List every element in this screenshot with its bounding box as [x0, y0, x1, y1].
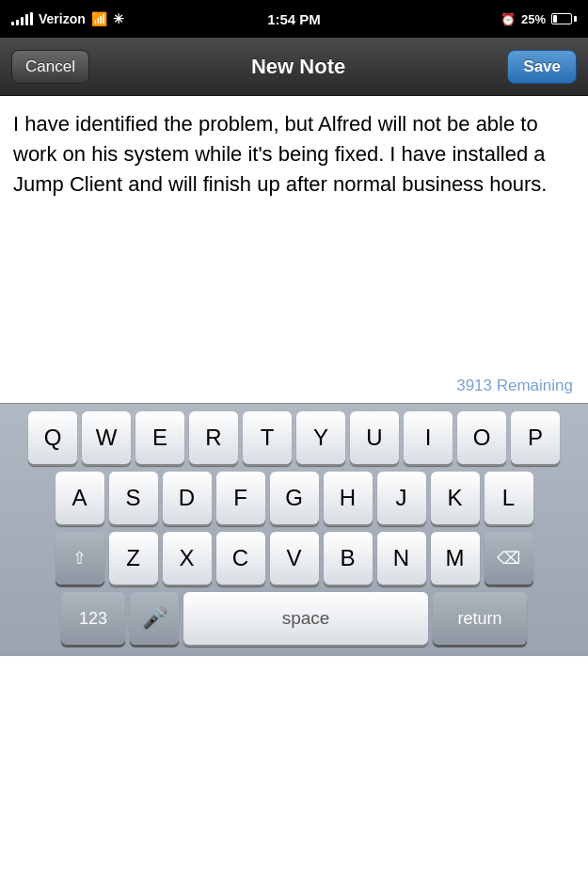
key-h[interactable]: H	[324, 472, 373, 524]
note-content-area[interactable]: I have identified the problem, but Alfre…	[0, 96, 588, 369]
signal-bars	[11, 12, 33, 25]
keyboard-row-2: A S D F G H J K L	[4, 472, 584, 524]
shift-key[interactable]: ⇧	[56, 532, 104, 585]
remaining-bar: 3913 Remaining	[0, 369, 588, 403]
save-button[interactable]: Save	[507, 50, 577, 84]
key-y[interactable]: Y	[296, 411, 345, 464]
status-right: ⏰ 25%	[501, 12, 577, 26]
keyboard-row-3: ⇧ Z X C V B N M ⌫	[4, 532, 584, 585]
key-i[interactable]: I	[404, 411, 453, 464]
note-text: I have identified the problem, but Alfre…	[13, 109, 575, 200]
key-e[interactable]: E	[135, 411, 184, 464]
key-x[interactable]: X	[163, 532, 212, 585]
remaining-count: 3913 Remaining	[456, 377, 573, 395]
microphone-key[interactable]: 🎤	[130, 592, 179, 645]
key-m[interactable]: M	[431, 532, 480, 585]
space-key[interactable]: space	[183, 592, 428, 645]
key-o[interactable]: O	[457, 411, 506, 464]
keyboard-row-1: Q W E R T Y U I O P	[4, 411, 584, 464]
status-bar: Verizon 📶 ✳ 1:54 PM ⏰ 25%	[0, 0, 588, 38]
key-g[interactable]: G	[270, 472, 319, 524]
carrier-label: Verizon	[39, 11, 86, 26]
key-r[interactable]: R	[189, 411, 238, 464]
numbers-key[interactable]: 123	[61, 592, 125, 645]
backspace-key[interactable]: ⌫	[485, 532, 533, 585]
cancel-button[interactable]: Cancel	[11, 50, 89, 84]
page-title: New Note	[251, 55, 345, 79]
key-p[interactable]: P	[511, 411, 560, 464]
key-t[interactable]: T	[243, 411, 292, 464]
key-q[interactable]: Q	[28, 411, 77, 464]
key-n[interactable]: N	[377, 532, 426, 585]
activity-icon: ✳	[113, 11, 124, 26]
keyboard: Q W E R T Y U I O P A S D F G H J K L ⇧ …	[0, 403, 588, 656]
key-f[interactable]: F	[216, 472, 265, 524]
nav-bar: Cancel New Note Save	[0, 38, 588, 96]
key-j[interactable]: J	[377, 472, 426, 524]
battery-percent: 25%	[521, 12, 546, 26]
status-left: Verizon 📶 ✳	[11, 11, 124, 26]
key-d[interactable]: D	[163, 472, 212, 524]
keyboard-row-4: 123 🎤 space return	[4, 592, 584, 645]
key-k[interactable]: K	[431, 472, 480, 524]
wifi-icon: 📶	[91, 11, 107, 26]
key-a[interactable]: A	[56, 472, 104, 524]
return-key[interactable]: return	[433, 592, 527, 645]
key-z[interactable]: Z	[109, 532, 158, 585]
key-s[interactable]: S	[109, 472, 158, 524]
key-c[interactable]: C	[216, 532, 265, 585]
clock-icon: ⏰	[501, 12, 516, 26]
key-v[interactable]: V	[270, 532, 319, 585]
battery-icon	[551, 13, 577, 24]
status-time: 1:54 PM	[267, 11, 321, 27]
key-l[interactable]: L	[485, 472, 533, 524]
key-b[interactable]: B	[324, 532, 373, 585]
key-w[interactable]: W	[82, 411, 131, 464]
key-u[interactable]: U	[350, 411, 399, 464]
